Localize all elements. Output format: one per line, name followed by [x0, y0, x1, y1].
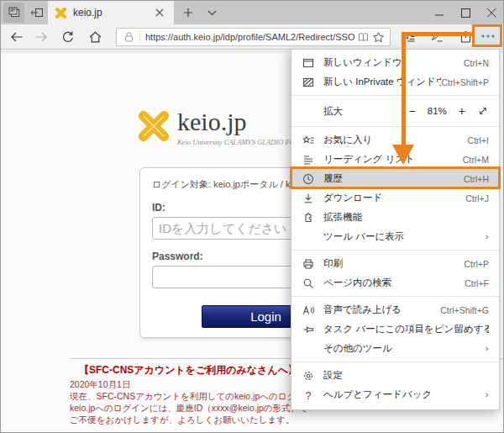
menu-item-label: 拡大	[323, 105, 409, 118]
menu-separator	[291, 296, 499, 297]
pin-icon	[302, 323, 315, 336]
menu-item-shortcut: Ctrl+M	[463, 155, 489, 165]
menu-separator	[291, 126, 499, 127]
back-button[interactable]	[6, 28, 26, 46]
menu-item-more-tools[interactable]: その他のツール›	[291, 339, 499, 358]
menu-item-label: ページ内の検索	[323, 277, 465, 289]
browser-toolbar: https://auth.keio.jp/idp/profile/SAML2/R…	[1, 24, 504, 50]
menu-item-label: 印刷	[323, 257, 465, 270]
tab-list-chevron-icon[interactable]	[202, 4, 221, 21]
menu-separator	[291, 250, 499, 251]
menu-item-label: 拡張機能	[323, 211, 489, 224]
close-window-button[interactable]	[479, 1, 504, 24]
menu-icon-spacer	[302, 230, 315, 244]
menu-item-label: ダウンロード	[323, 192, 465, 204]
logo-subtitle: Keio University CALAMVS GLADIO FO	[177, 138, 295, 146]
annotation-arrow-horizontal	[402, 32, 472, 36]
keio-logo: keio.jp Keio University CALAMVS GLADIO F…	[137, 109, 295, 146]
menu-separator	[291, 95, 499, 96]
menu-item-help-feedback[interactable]: ?ヘルプとフィードバック›	[291, 385, 499, 404]
add-favorite-star-icon[interactable]	[370, 29, 386, 45]
menu-item-label: ツール バーに表示	[323, 230, 486, 243]
web-note-button[interactable]	[426, 27, 448, 47]
menu-item-label: 新しい InPrivate ウィンドウ	[323, 76, 441, 88]
menu-item-downloads[interactable]: ダウンロードCtrl+J	[291, 188, 499, 208]
menu-item-label: ヘルプとフィードバック	[323, 388, 486, 401]
window-icon	[302, 56, 315, 70]
set-tabs-aside-icon	[29, 6, 44, 19]
tab-title: keio.jp	[73, 7, 152, 18]
read-aloud-icon	[302, 304, 315, 317]
annotation-arrowhead	[392, 145, 414, 165]
submenu-chevron-icon: ›	[486, 343, 489, 354]
menu-item-shortcut: Ctrl+Shift+P	[441, 77, 489, 87]
reading-view-icon[interactable]	[355, 29, 370, 45]
gear-icon	[302, 369, 315, 383]
home-button[interactable]	[85, 28, 105, 46]
tab-preview-icon	[8, 6, 21, 19]
menu-item-shortcut: Ctrl+I	[468, 135, 489, 145]
submenu-chevron-icon: ›	[486, 231, 489, 242]
tab-bar: keio.jp	[1, 1, 504, 24]
menu-item-label: その他のツール	[323, 342, 486, 355]
menu-icon-spacer	[302, 342, 315, 356]
settings-dropdown-menu: 新しいウィンドウCtrl+N新しい InPrivate ウィンドウCtrl+Sh…	[291, 49, 500, 410]
menu-item-label: 音声で読み上げる	[323, 304, 440, 316]
submenu-chevron-icon: ›	[486, 389, 489, 400]
menu-item-label: 設定	[323, 369, 489, 382]
tab-close-icon[interactable]	[152, 5, 167, 20]
print-icon	[302, 257, 315, 271]
keio-x-logo-icon	[137, 109, 171, 145]
download-icon	[302, 192, 315, 205]
browser-tab-keiojp[interactable]: keio.jp	[48, 1, 174, 24]
minimize-button[interactable]	[427, 1, 453, 24]
menu-item-new-window[interactable]: 新しいウィンドウCtrl+N	[291, 53, 499, 72]
zoom-in-button[interactable]: +	[459, 104, 465, 118]
menu-separator	[291, 362, 499, 362]
new-tab-button[interactable]	[179, 4, 197, 21]
menu-item-print[interactable]: 印刷Ctrl+P	[291, 254, 499, 273]
forward-button[interactable]	[31, 28, 51, 46]
address-divider	[139, 31, 140, 43]
extensions-puzzle-icon	[302, 211, 315, 224]
lock-icon	[121, 29, 136, 45]
refresh-button[interactable]	[58, 28, 78, 46]
help-icon: ?	[302, 388, 315, 402]
url-text[interactable]: https://auth.keio.jp/idp/profile/SAML2/R…	[145, 32, 355, 42]
hub-favorites-button[interactable]	[397, 27, 419, 47]
notice-line: ご不便をおかけしますが、よろしくお願いいたします。	[70, 414, 504, 425]
logo-title: keio.jp	[177, 109, 295, 135]
menu-item-shortcut: Ctrl+P	[465, 259, 489, 269]
menu-item-new-inprivate-window[interactable]: 新しい InPrivate ウィンドウCtrl+Shift+P	[291, 72, 499, 92]
menu-item-label: タスク バーにこの項目をピン留めする	[323, 323, 489, 335]
menu-item-pin-to-taskbar[interactable]: タスク バーにこの項目をピン留めする	[291, 319, 499, 339]
address-bar[interactable]: https://auth.keio.jp/idp/profile/SAML2/R…	[116, 28, 391, 46]
maximize-button[interactable]	[453, 1, 479, 24]
menu-item-zoom[interactable]: 拡大−81%+	[291, 99, 499, 123]
menu-item-find-on-page[interactable]: ページ内の検索Ctrl+F	[291, 273, 499, 293]
svg-text:?: ?	[306, 389, 312, 401]
tab-preview-button[interactable]	[3, 3, 24, 23]
annotation-box-history-item	[290, 166, 501, 189]
menu-item-show-in-toolbar[interactable]: ツール バーに表示›	[291, 227, 499, 246]
menu-icon-spacer	[302, 104, 315, 118]
zoom-out-button[interactable]: −	[409, 104, 416, 118]
menu-item-settings[interactable]: 設定	[291, 366, 499, 385]
inprivate-icon	[302, 76, 315, 89]
menu-item-extensions[interactable]: 拡張機能	[291, 208, 499, 227]
set-tabs-aside-button[interactable]	[26, 3, 47, 23]
favorites-star-icon	[302, 134, 315, 147]
annotation-arrow-vertical	[402, 32, 406, 145]
fullscreen-icon[interactable]	[477, 105, 489, 117]
reading-list-icon	[302, 153, 315, 166]
menu-item-label: 新しいウィンドウ	[323, 56, 464, 69]
menu-item-shortcut: Ctrl+Shift+G	[440, 305, 489, 315]
annotation-box-more-button	[472, 24, 502, 47]
keio-favicon	[55, 7, 67, 19]
zoom-level-value: 81%	[428, 106, 447, 116]
menu-item-shortcut: Ctrl+F	[465, 278, 489, 288]
menu-item-read-aloud[interactable]: 音声で読み上げるCtrl+Shift+G	[291, 300, 499, 319]
menu-item-shortcut: Ctrl+N	[464, 58, 489, 68]
menu-item-shortcut: Ctrl+J	[465, 193, 489, 203]
search-icon	[302, 277, 315, 290]
